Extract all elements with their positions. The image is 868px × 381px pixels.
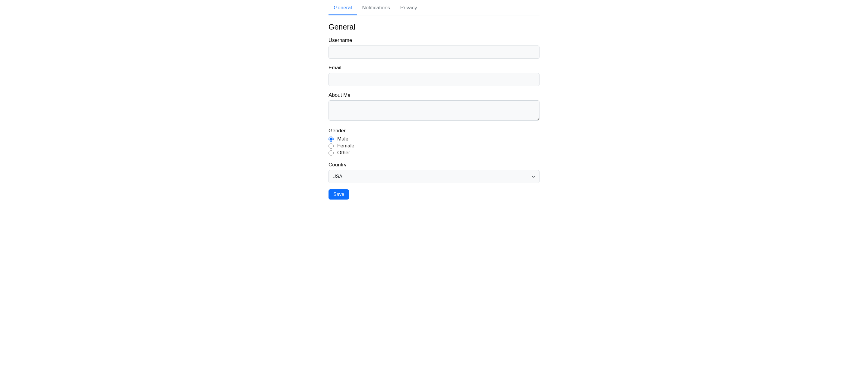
section-heading: General [329,23,539,31]
country-label: Country [329,162,539,168]
gender-label: Gender [329,128,539,134]
username-label: Username [329,37,539,43]
gender-option-other[interactable]: Other [337,150,350,156]
gender-option-female[interactable]: Female [337,143,354,149]
about-me-textarea[interactable] [329,100,539,121]
country-select[interactable]: USA [329,170,539,183]
username-input[interactable] [329,45,539,59]
gender-radio-other[interactable] [329,150,334,156]
tab-general[interactable]: General [329,2,357,15]
about-me-label: About Me [329,92,539,98]
email-label: Email [329,65,539,71]
gender-option-male[interactable]: Male [337,136,348,142]
tab-privacy[interactable]: Privacy [395,2,422,15]
gender-radio-female[interactable] [329,144,334,149]
email-input[interactable] [329,73,539,86]
tab-notifications[interactable]: Notifications [357,2,395,15]
settings-form-container: General Notifications Privacy General Us… [329,0,539,199]
save-button[interactable]: Save [329,189,349,199]
gender-radio-male[interactable] [329,136,334,142]
tab-bar: General Notifications Privacy [329,2,539,15]
